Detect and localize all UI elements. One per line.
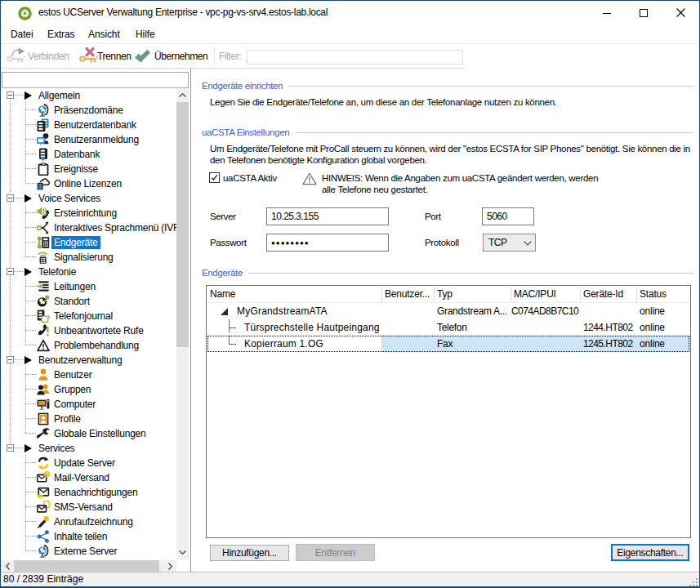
uacsta-active-checkbox[interactable] — [209, 172, 220, 183]
tree-item-benachrichtigungen[interactable]: Benachrichtigungen — [1, 485, 176, 500]
row-expander-icon[interactable] — [221, 308, 229, 315]
chevron-left-icon — [6, 563, 10, 570]
column-header-0[interactable]: Name — [210, 286, 235, 303]
tree-collapse-toggle[interactable] — [7, 444, 14, 452]
password-label: Passwort — [210, 234, 247, 252]
tree-item-endger-te[interactable]: Endgeräte — [1, 235, 176, 250]
tree-item-standort[interactable]: Standort — [1, 294, 176, 309]
tree-collapse-toggle[interactable] — [7, 91, 14, 99]
tree-collapse-toggle[interactable] — [7, 268, 14, 275]
content-panel: Endgeräte einrichten Legen Sie die Endge… — [191, 69, 699, 572]
tree-item-mail-versand[interactable]: Mail-Versand — [1, 470, 176, 485]
protocol-select[interactable]: TCP — [483, 234, 536, 252]
tree-item-ersteinrichtung[interactable]: Ersteinrichtung — [1, 206, 176, 220]
port-input[interactable]: 5060 — [482, 207, 534, 225]
scroll-right-button[interactable] — [163, 560, 176, 572]
toolbar-button-apply[interactable]: Übernehmen — [154, 45, 207, 69]
menu-item-ansicht[interactable]: Ansicht — [88, 24, 120, 44]
tree-item-interaktives-sprachmen-ivr-[interactable]: Interaktives Sprachmenü (IVR) — [1, 220, 176, 235]
tree-item-externe-server[interactable]: Externe Server — [1, 544, 176, 559]
server-label: Server — [210, 207, 236, 225]
tree-item-problembehandlung[interactable]: Problembehandlung — [1, 338, 176, 353]
tree-hscrollbar[interactable] — [1, 560, 176, 572]
scroll-left-button[interactable] — [1, 560, 14, 572]
uacsta-hint: HINWEIS: Wenn die Angaben zum uaCSTA geä… — [322, 173, 598, 195]
menu-item-hilfe[interactable]: Hilfe — [136, 24, 155, 44]
tree-item-gruppen[interactable]: Gruppen — [1, 382, 176, 397]
tree-item-services[interactable]: Services — [1, 441, 176, 456]
column-header-2[interactable]: Typ — [437, 286, 453, 303]
globe-stand-icon — [37, 545, 50, 558]
db-blue-icon — [37, 118, 50, 131]
menu-item-extras[interactable]: Extras — [47, 24, 74, 44]
tree-item-pr-senzdom-ne[interactable]: Präsenzdomäne — [1, 103, 176, 118]
server-input[interactable]: 10.25.3.155 — [266, 207, 389, 225]
tree-vscrollbar[interactable] — [176, 88, 189, 559]
toolbar-button-disconnect[interactable]: Trennen — [97, 45, 131, 69]
properties-button[interactable]: Eigenschaften... — [611, 544, 689, 561]
close-button[interactable] — [662, 1, 699, 24]
menu-bar: DateiExtrasAnsichtHilfe — [1, 24, 699, 44]
tree-item-anrufaufzeichnung[interactable]: Anrufaufzeichnung — [1, 514, 176, 529]
db-star-icon — [37, 148, 50, 161]
filter-input[interactable] — [247, 50, 463, 65]
tree-item-inhalte-teilen[interactable]: Inhalte teilen — [1, 529, 176, 544]
scroll-down-button[interactable] — [176, 545, 189, 559]
tree-item-leitungen[interactable]: Leitungen — [1, 279, 176, 294]
wrench-icon — [37, 427, 50, 440]
close-icon — [675, 7, 686, 18]
tree-item-ereignisse[interactable]: Ereignisse — [1, 162, 176, 176]
column-header-5[interactable]: Status — [640, 286, 667, 303]
tree-item-sms-versand[interactable]: SMS-Versand — [1, 500, 176, 514]
checkmark-icon — [210, 173, 219, 182]
minimize-button[interactable] — [588, 1, 625, 24]
tree-item-benutzeranmeldung[interactable]: Benutzeranmeldung — [1, 132, 176, 147]
tree-item-telefonjournal[interactable]: Telefonjournal — [1, 309, 176, 323]
tree-item-datenbank[interactable]: Datenbank — [1, 147, 176, 162]
tree-item-benutzerdatenbank[interactable]: Benutzerdatenbank — [1, 118, 176, 132]
table-row[interactable]: Kopierraum 1.OGFax1245.HT802online — [207, 336, 690, 352]
tree-item-computer[interactable]: Computer — [1, 397, 176, 412]
hscroll-thumb[interactable] — [14, 560, 159, 572]
section-heading-line — [295, 132, 693, 133]
chevron-right-icon — [168, 563, 172, 570]
column-header-3[interactable]: MAC/IPUI — [514, 286, 556, 303]
tree-item-profile[interactable]: Profile — [1, 412, 176, 426]
menu-item-datei[interactable]: Datei — [11, 24, 33, 44]
microphone-icon — [37, 515, 50, 528]
navigation-tree: AllgemeinPräsenzdomäneBenutzerdatenbankB… — [1, 88, 176, 559]
tree-item-voice-services[interactable]: Voice Services — [1, 191, 176, 206]
tree-item-update-server[interactable]: Update Server — [1, 456, 176, 470]
tree-item-allgemein[interactable]: Allgemein — [1, 88, 176, 103]
tree-filter-input[interactable] — [2, 72, 189, 88]
tree-item-benutzer[interactable]: Benutzer — [1, 368, 176, 382]
toolbar-button-connect[interactable]: Verbinden — [28, 45, 69, 69]
remove-button[interactable]: Entfernen — [296, 544, 375, 561]
table-row[interactable]: Türsprechstelle HautpeingangTelefon1244.… — [207, 319, 690, 336]
tree-item-signalisierung[interactable]: Signalisierung — [1, 250, 176, 265]
tree-item-globale-einstellungen[interactable]: Globale Einstellungen — [1, 426, 176, 441]
devices-table: NameBenutzer...TypMAC/IPUIGeräte-IdStatu… — [206, 285, 691, 538]
section-heading-line — [248, 273, 693, 274]
share-nodes-icon — [37, 530, 50, 543]
tree-item-telefonie[interactable]: Telefonie — [1, 265, 176, 279]
tree-item-online-lizenzen[interactable]: Online Lizenzen — [1, 176, 176, 191]
add-button[interactable]: Hinzufügen... — [210, 545, 289, 561]
update-arrows-icon — [37, 457, 50, 470]
tree-item-benutzerverwaltung[interactable]: Benutzerverwaltung — [1, 353, 176, 368]
tree-collapse-toggle[interactable] — [7, 194, 14, 202]
password-input[interactable]: ●●●●●●●● — [266, 234, 389, 252]
vscroll-thumb[interactable] — [176, 102, 189, 347]
scroll-up-button[interactable] — [176, 88, 189, 102]
maximize-button[interactable] — [625, 1, 662, 24]
tree-root-arrow-icon — [25, 356, 32, 364]
tree-item-unbeantwortete-rufe[interactable]: Unbeantwortete Rufe — [1, 323, 176, 338]
column-header-1[interactable]: Benutzer... — [385, 286, 430, 303]
tree-root-arrow-icon — [25, 268, 32, 276]
app-icon — [18, 7, 32, 20]
key-connect-icon — [7, 47, 26, 67]
table-row[interactable]: MyGrandstreamATAGrandstream A...C074AD8B… — [207, 303, 690, 319]
user-orange-icon — [37, 368, 50, 381]
tree-collapse-toggle[interactable] — [7, 356, 14, 363]
column-header-4[interactable]: Geräte-Id — [583, 286, 623, 303]
